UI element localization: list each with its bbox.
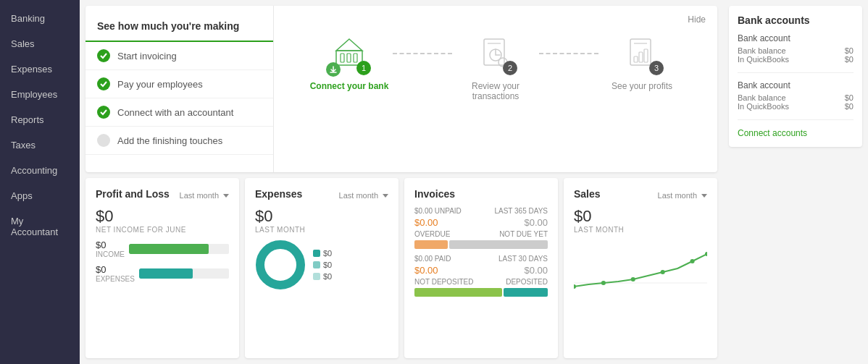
profit-loss-header: Profit and Loss Last month bbox=[96, 188, 229, 203]
bank-accounts-card: Bank accounts Bank account Bank balance … bbox=[729, 6, 862, 147]
legend-dot-2 bbox=[313, 273, 320, 280]
invoices-paid: $0.00 PAID LAST 30 DAYS $0.00 $0.00 NOT … bbox=[414, 255, 548, 297]
review-label: Review your transactions bbox=[452, 81, 539, 101]
connector-1 bbox=[393, 53, 452, 54]
invoice-paid-amounts: $0.00 $0.00 bbox=[414, 265, 548, 276]
sidebar: Banking Sales Expenses Employees Reports… bbox=[0, 0, 80, 364]
legend-item-2: $0 bbox=[313, 272, 332, 281]
invoice-amounts-row: $0.00 $0.00 bbox=[414, 217, 548, 228]
sidebar-item-banking[interactable]: Banking bbox=[0, 6, 80, 31]
invoice-paid-labels: NOT DEPOSITED DEPOSITED bbox=[414, 278, 548, 286]
connect-bank-label: Connect your bank bbox=[310, 81, 389, 91]
expenses-bar-row: $0 EXPENSES bbox=[96, 264, 229, 283]
bank-divider bbox=[738, 72, 854, 73]
sales-title: Sales bbox=[574, 188, 601, 200]
progress-step-review[interactable]: 2 Review your transactions bbox=[452, 32, 539, 101]
sales-line-chart bbox=[574, 240, 707, 297]
bank-account-2: Bank account Bank balance $0 In QuickBoo… bbox=[738, 80, 854, 111]
step-accountant[interactable]: Connect with an accountant bbox=[85, 98, 273, 127]
sidebar-item-sales[interactable]: Sales bbox=[0, 31, 80, 56]
legend-item-1: $0 bbox=[313, 261, 332, 269]
sidebar-item-employees[interactable]: Employees bbox=[0, 82, 80, 107]
svg-point-19 bbox=[574, 284, 576, 289]
legend-dot-1 bbox=[313, 261, 320, 268]
sidebar-item-reports[interactable]: Reports bbox=[0, 107, 80, 132]
expenses-donut: $0 $0 $0 bbox=[255, 240, 388, 290]
income-bar-fill bbox=[129, 244, 209, 254]
donut-legend: $0 $0 $0 bbox=[313, 249, 332, 281]
progress-step-connect-bank[interactable]: 1 Connect your bank bbox=[306, 32, 393, 91]
profit-loss-title: Profit and Loss bbox=[96, 188, 170, 200]
check-icon bbox=[100, 52, 107, 59]
bank-quickbooks-row-2: In QuickBooks $0 bbox=[738, 102, 854, 111]
invoices-card: Invoices $0.00 UNPAID LAST 365 DAYS $0.0… bbox=[404, 178, 558, 358]
svg-rect-13 bbox=[639, 52, 643, 62]
profit-loss-sublabel: NET INCOME FOR JUNE bbox=[96, 226, 229, 234]
invoice-labels-row: OVERDUE NOT DUE YET bbox=[414, 230, 548, 238]
bank-account-1: Bank account Bank balance $0 In QuickBoo… bbox=[738, 33, 854, 64]
invoice-paid-row: $0.00 PAID LAST 30 DAYS bbox=[414, 255, 548, 263]
sidebar-item-apps[interactable]: Apps bbox=[0, 183, 80, 208]
invoices-title: Invoices bbox=[414, 188, 455, 200]
step-invoicing-circle bbox=[97, 49, 110, 62]
bank-divider-2 bbox=[738, 119, 854, 120]
invoice-bar-unpaid bbox=[414, 240, 548, 249]
setup-steps: See how much you're making Start invoici… bbox=[85, 6, 274, 172]
profit-loss-card: Profit and Loss Last month $0 NET INCOME… bbox=[85, 178, 239, 358]
invoice-bar-orange bbox=[414, 240, 448, 249]
svg-rect-4 bbox=[354, 54, 357, 62]
connect-accounts-link[interactable]: Connect accounts bbox=[738, 128, 807, 138]
sales-period[interactable]: Last month bbox=[658, 191, 707, 200]
sidebar-item-my-accountant[interactable]: My Accountant bbox=[0, 208, 80, 245]
step-finishing-circle bbox=[97, 134, 110, 147]
sales-chevron bbox=[701, 194, 707, 198]
svg-point-17 bbox=[269, 253, 292, 276]
review-icon: 2 bbox=[474, 32, 517, 75]
connector-2 bbox=[539, 53, 598, 54]
invoice-bar-green bbox=[414, 288, 502, 297]
step-employees[interactable]: Pay your employees bbox=[85, 70, 273, 98]
expenses-bar-track bbox=[139, 268, 229, 279]
step-invoicing[interactable]: Start invoicing bbox=[85, 42, 273, 70]
invoice-bar-gray bbox=[449, 240, 548, 249]
step-2-badge: 2 bbox=[503, 61, 517, 75]
invoice-bar-paid bbox=[414, 288, 548, 297]
expenses-amount: $0 bbox=[255, 207, 388, 226]
setup-card: See how much you're making Start invoici… bbox=[85, 6, 717, 172]
check-icon bbox=[100, 109, 107, 116]
svg-rect-12 bbox=[634, 56, 638, 62]
sales-sublabel: LAST MONTH bbox=[574, 226, 707, 234]
sidebar-item-expenses[interactable]: Expenses bbox=[0, 56, 80, 82]
expenses-card: Expenses Last month $0 LAST MONTH $0 bbox=[245, 178, 398, 358]
expenses-period[interactable]: Last month bbox=[339, 191, 388, 200]
svg-point-21 bbox=[631, 277, 635, 282]
sales-header: Sales Last month bbox=[574, 188, 707, 203]
sidebar-item-accounting[interactable]: Accounting bbox=[0, 158, 80, 183]
step-3-badge: 3 bbox=[649, 61, 664, 75]
donut-chart bbox=[255, 240, 306, 290]
bank-quickbooks-row-1: In QuickBooks $0 bbox=[738, 55, 854, 64]
profit-loss-chevron bbox=[223, 194, 229, 198]
profit-loss-period[interactable]: Last month bbox=[180, 191, 229, 200]
legend-dot-0 bbox=[313, 250, 320, 257]
expenses-chevron bbox=[383, 194, 388, 198]
setup-header: See how much you're making bbox=[85, 12, 273, 42]
main-content: See how much you're making Start invoici… bbox=[80, 0, 723, 364]
bank-balance-row-1: Bank balance $0 bbox=[738, 46, 854, 55]
sidebar-item-taxes[interactable]: Taxes bbox=[0, 132, 80, 158]
bank-accounts-title: Bank accounts bbox=[738, 14, 854, 26]
progress-step-profits[interactable]: 3 See your profits bbox=[598, 32, 685, 91]
dashboard-cards: Profit and Loss Last month $0 NET INCOME… bbox=[80, 178, 723, 364]
invoices-header: Invoices bbox=[414, 188, 548, 203]
income-bar-track bbox=[129, 244, 229, 254]
step-finishing[interactable]: Add the finishing touches bbox=[85, 127, 273, 155]
check-icon bbox=[100, 80, 107, 88]
sales-card: Sales Last month $0 LAST MONTH bbox=[564, 178, 717, 358]
bank-sidebar: Bank accounts Bank account Bank balance … bbox=[723, 0, 868, 364]
svg-rect-3 bbox=[347, 54, 351, 62]
progress-area: Hide bbox=[274, 6, 717, 172]
sales-amount: $0 bbox=[574, 207, 707, 226]
connect-bank-icon: 1 bbox=[327, 32, 371, 75]
hide-button[interactable]: Hide bbox=[688, 14, 706, 25]
step-employees-circle bbox=[97, 77, 110, 90]
